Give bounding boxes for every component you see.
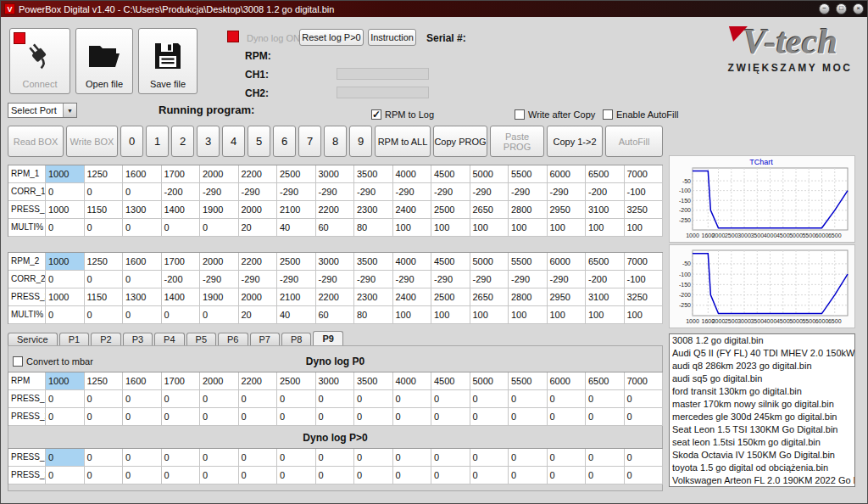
dyno_p0-cell[interactable]: 0	[548, 390, 587, 408]
dyno_pgt0-cell[interactable]: 0	[548, 449, 587, 467]
table1-cell[interactable]: 2200	[316, 201, 355, 219]
table1-cell[interactable]: 100	[393, 219, 432, 237]
dyno_p0-cell[interactable]: 0	[239, 408, 278, 426]
table2-cell[interactable]: 3250	[625, 288, 664, 306]
dyno_p0-cell[interactable]: 0	[316, 390, 355, 408]
table2-cell[interactable]: 2650	[470, 288, 509, 306]
table2-cell[interactable]: 100	[393, 306, 432, 324]
dyno_pgt0-cell[interactable]: 0	[123, 449, 162, 467]
prog-number-button-0[interactable]: 0	[120, 126, 143, 157]
tab-p5[interactable]: P5	[186, 333, 216, 346]
file-item[interactable]: master 170km nowy silnik go digital.bin	[670, 398, 854, 411]
dyno_p0-cell[interactable]: 0	[354, 408, 393, 426]
table1-cell[interactable]: 0	[123, 183, 162, 201]
dyno_pgt0-cell[interactable]: 0	[239, 467, 278, 484]
table2-cell[interactable]: -200	[586, 271, 625, 288]
table2-cell[interactable]: 100	[431, 306, 470, 324]
ch2-field[interactable]	[337, 87, 429, 98]
tab-p4[interactable]: P4	[154, 333, 184, 346]
table1-cell[interactable]: -200	[586, 183, 625, 201]
dyno_p0-cell[interactable]: 0	[586, 390, 625, 408]
dyno_p0-cell[interactable]: 0	[162, 408, 201, 426]
dyno_p0-cell[interactable]: 0	[470, 390, 509, 408]
tab-service[interactable]: Service	[8, 333, 58, 346]
dyno_pgt0-cell[interactable]: 0	[548, 467, 587, 484]
prog-number-button-1[interactable]: 1	[146, 126, 169, 157]
dyno_pgt0-cell[interactable]: 0	[123, 467, 162, 484]
table2-cell[interactable]: 2500	[277, 253, 316, 271]
dyno_pgt0-cell[interactable]: 0	[354, 449, 393, 467]
file-item[interactable]: Seat Leon 1.5 TSI 130KM Go Digital.bin	[670, 423, 854, 436]
table1-cell[interactable]: 2500	[431, 201, 470, 219]
dyno_p0-cell[interactable]: 0	[509, 408, 548, 426]
dyno_pgt0-cell[interactable]: 0	[586, 467, 625, 484]
table2-cell[interactable]: 2300	[354, 288, 393, 306]
dyno_p0-cell[interactable]: 0	[354, 390, 393, 408]
connect-button[interactable]: Connect	[9, 28, 70, 94]
copy-prog-button[interactable]: Copy PROG	[433, 126, 487, 157]
tab-p7[interactable]: P7	[250, 333, 280, 346]
enable-autofill-checkbox[interactable]: Enable AutoFill	[603, 109, 678, 120]
tab-p6[interactable]: P6	[218, 333, 248, 346]
dyno_p0-cell[interactable]: 0	[85, 408, 124, 426]
table2-cell[interactable]: 2400	[393, 288, 432, 306]
table2-cell[interactable]: 3500	[354, 253, 393, 271]
tab-p8[interactable]: P8	[281, 333, 311, 346]
dyno_p0-cell[interactable]: 0	[393, 408, 432, 426]
table1-cell[interactable]: 60	[316, 219, 355, 237]
table1-cell[interactable]: 2200	[239, 165, 278, 183]
dyno_p0-cell[interactable]: 0	[625, 408, 664, 426]
table1-cell[interactable]: 4000	[393, 165, 432, 183]
dyno_pgt0-cell[interactable]: 0	[470, 467, 509, 484]
table1-cell[interactable]: 5500	[509, 165, 548, 183]
table2-cell[interactable]: 100	[548, 306, 587, 324]
dyno_p0-cell[interactable]: 2500	[277, 372, 316, 390]
file-item[interactable]: Skoda Octavia IV 150KM Go Digital.bin	[670, 449, 854, 462]
table1-cell[interactable]: 3100	[586, 201, 625, 219]
table1-cell[interactable]: 2000	[200, 165, 239, 183]
table1-cell[interactable]: 40	[277, 219, 316, 237]
table1-cell[interactable]: 2950	[548, 201, 587, 219]
file-item[interactable]: seat leon 1.5tsi 150km go digital.bin	[670, 436, 854, 449]
table2-cell[interactable]: 6000	[548, 253, 587, 271]
dyno_p0-cell[interactable]: 4000	[393, 372, 432, 390]
table2-cell[interactable]: -290	[354, 271, 393, 288]
table2-cell[interactable]: 0	[123, 306, 162, 324]
table1-cell[interactable]: -290	[509, 183, 548, 201]
table1-cell[interactable]: 100	[586, 219, 625, 237]
dyno_p0-cell[interactable]: 1700	[162, 372, 201, 390]
open-file-button[interactable]: Open file	[75, 28, 133, 94]
table2-cell[interactable]: -290	[316, 271, 355, 288]
table2-cell[interactable]: 4500	[431, 253, 470, 271]
table2-cell[interactable]: 2950	[548, 288, 587, 306]
table2-cell[interactable]: -290	[277, 271, 316, 288]
dyno_p0-cell[interactable]: 0	[625, 390, 664, 408]
write-after-copy-checkbox[interactable]: Write after Copy	[515, 109, 595, 120]
dyno_pgt0-cell[interactable]: 0	[316, 449, 355, 467]
file-list[interactable]: 3008 1.2 go digital.binAudi Q5 II (FY FL…	[669, 333, 855, 487]
dyno_p0-cell[interactable]: 0	[393, 390, 432, 408]
file-item[interactable]: Audi Q5 II (FY FL) 40 TDI MHEV 2.0 150kW…	[670, 347, 854, 360]
table2-cell[interactable]: 0	[85, 271, 124, 288]
table1-cell[interactable]: -290	[239, 183, 278, 201]
dyno_pgt0-cell[interactable]: 0	[316, 467, 355, 484]
dyno_p0-cell[interactable]: 3000	[316, 372, 355, 390]
dyno_pgt0-cell[interactable]: 0	[393, 449, 432, 467]
dyno_p0-cell[interactable]: 0	[200, 408, 239, 426]
dyno_p0-cell[interactable]: 0	[509, 390, 548, 408]
dyno_p0-cell[interactable]: 0	[123, 408, 162, 426]
file-item[interactable]: toyota 1.5 go digital od obciążenia.bin	[670, 462, 854, 474]
table1-cell[interactable]: 0	[85, 183, 124, 201]
read-box-button[interactable]: Read BOX	[8, 126, 64, 157]
copy-1-to-2-button[interactable]: Copy 1->2	[547, 126, 603, 157]
prog-number-button-8[interactable]: 8	[324, 126, 347, 157]
dyno_p0-cell[interactable]: 5000	[470, 372, 509, 390]
tab-p9[interactable]: P9	[313, 331, 342, 346]
table1-cell[interactable]: 80	[354, 219, 393, 237]
table2-cell[interactable]: 4000	[393, 253, 432, 271]
tab-p2[interactable]: P2	[91, 333, 120, 346]
table1-cell[interactable]: 0	[46, 219, 85, 237]
table1-cell[interactable]: -290	[470, 183, 509, 201]
prog-number-button-4[interactable]: 4	[222, 126, 245, 157]
table2-cell[interactable]: 5000	[470, 253, 509, 271]
